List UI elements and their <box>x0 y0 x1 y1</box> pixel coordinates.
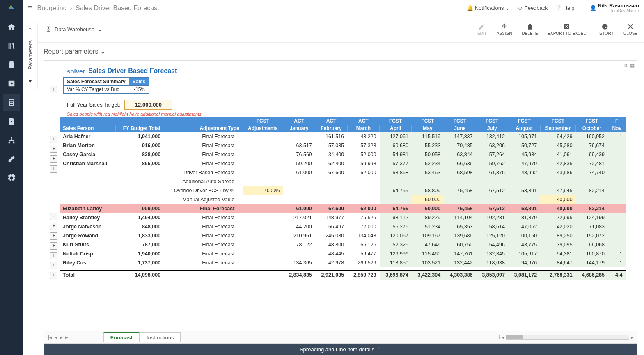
chevron-down-icon: ⌄ <box>98 26 102 32</box>
left-nav <box>0 0 23 355</box>
close-button[interactable]: CLOSE <box>623 23 637 36</box>
svg-point-9 <box>10 104 11 105</box>
expand-row-button[interactable]: + <box>50 165 57 173</box>
svg-point-6 <box>10 102 11 103</box>
nav-home-icon[interactable] <box>3 19 20 35</box>
scroll-left-icon[interactable]: ◂ <box>502 334 504 340</box>
expand-column: ++++-++++++ <box>48 117 60 280</box>
table-row: Elizabeth Laffey 909,000 Final Forecast … <box>60 204 626 213</box>
feedback-link[interactable]: ☺ Feedback <box>517 5 548 11</box>
svg-point-8 <box>12 102 13 103</box>
user-menu[interactable]: 👤 Nils Rasmussen CorpDev Master <box>590 3 639 13</box>
parameters-sidebar-tab[interactable]: » Parameters ▾ <box>23 23 38 89</box>
chevron-up-icon: ⌃ <box>377 346 381 353</box>
table-row: Riley Cust 1,737,000 Final Forecast 134,… <box>60 258 626 267</box>
nav-user-file-icon[interactable] <box>3 113 20 130</box>
scroll-right-icon[interactable]: ▸ <box>631 334 634 340</box>
filter-icon: ▾ <box>29 78 32 84</box>
chevron-down-icon: ⌄ <box>505 5 510 11</box>
menu-toggle-icon[interactable]: ≡ <box>28 4 32 12</box>
nav-settings-icon[interactable] <box>3 170 20 186</box>
target-value[interactable]: 12,000,000 <box>124 100 172 110</box>
svg-rect-5 <box>9 100 13 102</box>
table-subrow: Manual Adjusted Value60,00040,000 <box>60 195 626 204</box>
total-row: Total 14,098,000 2,834,8352,921,0352,850… <box>60 271 626 280</box>
table-row: Jorge Rowand 1,833,000 Final Forecast 21… <box>60 231 626 240</box>
sheet-nav-first-icon[interactable]: |◂ <box>47 334 53 340</box>
table-row: Casey Garcia 828,000 Final Forecast 76,5… <box>60 150 626 159</box>
popout-icon[interactable]: ⧉ <box>624 62 628 68</box>
tab-instructions[interactable]: Instructions <box>140 332 181 342</box>
database-icon: 🗄 <box>46 26 51 32</box>
bell-icon: 🔔 <box>467 5 473 11</box>
expand-summary-button[interactable]: + <box>50 86 57 93</box>
sheet-nav-last-icon[interactable]: ▸| <box>64 334 70 340</box>
nav-calculator-icon[interactable] <box>3 94 20 111</box>
sheet-nav-next-icon[interactable]: ▸ <box>59 334 64 340</box>
svg-rect-13 <box>9 142 10 144</box>
expand-row-button[interactable]: + <box>50 242 57 250</box>
table-subrow: Additional Auto Spread------- <box>60 177 626 186</box>
nav-play-icon[interactable] <box>3 75 20 92</box>
grid-icon[interactable]: ▦ <box>630 62 635 68</box>
expand-row-button[interactable]: + <box>50 272 57 279</box>
topbar: ≡ Budgeting › Sales Driver Based Forecas… <box>23 0 644 16</box>
table-row: Jorge Narveson 848,000 Final Forecast 44… <box>60 222 626 231</box>
nav-hierarchy-icon[interactable] <box>3 132 20 148</box>
svg-point-10 <box>11 104 12 105</box>
assign-button[interactable]: ASSIGN <box>497 23 512 36</box>
report-parameters-toggle[interactable]: Report parameters ⌄ <box>44 48 637 55</box>
expand-row-button[interactable]: + <box>50 262 57 269</box>
nav-library-icon[interactable] <box>3 38 20 54</box>
table-row: Kurt Stults 787,000 Final Forecast 78,12… <box>60 240 626 249</box>
help-icon: ❔ <box>555 5 562 11</box>
table-row: Hailey Brantley 1,494,000 Final Forecast… <box>60 213 626 222</box>
summary-box: Sales Forecast SummarySales Var % CY Tar… <box>63 77 149 94</box>
history-button[interactable]: HISTORY <box>596 23 614 36</box>
brand-logo-icon <box>7 2 16 12</box>
nav-tools-icon[interactable] <box>3 151 20 167</box>
table-row: Christian Marshall 865,000 Final Forecas… <box>60 159 626 168</box>
breadcrumb-page[interactable]: Sales Driver Based Forecast <box>76 5 159 12</box>
table-row: Aria Hafner 1,941,000 Final Forecast 161… <box>60 132 626 141</box>
table-row: Neftali Crisp 1,940,000 Final Forecast 4… <box>60 249 626 258</box>
highlight-note: Sales people with red highlight have add… <box>67 112 630 116</box>
tab-forecast[interactable]: Forecast <box>103 332 140 342</box>
report-frame: ⧉ ▦ solver Sales Driver Based Forecast +… <box>44 60 637 344</box>
user-icon: 👤 <box>590 5 596 11</box>
horizontal-scrollbar[interactable] <box>506 335 629 340</box>
spreading-details-toggle[interactable]: Spreading and Line item details ⌃ <box>44 344 637 355</box>
svg-point-11 <box>12 104 13 105</box>
delete-button[interactable]: DELETE <box>522 23 538 36</box>
target-label: Full Year Sales Target: <box>67 102 120 108</box>
forecast-grid: FCSTACTACTACTFCSTFCSTFCSTFCSTFCSTFCSTFCS… <box>60 117 626 280</box>
svg-rect-12 <box>11 137 12 139</box>
collapse-row-button[interactable]: - <box>50 213 57 220</box>
expand-row-button[interactable]: + <box>50 232 57 240</box>
expand-row-button[interactable]: + <box>50 136 57 143</box>
expand-row-button[interactable]: + <box>50 252 57 259</box>
sheet-tabs: |◂ ◂ ▸ ▸| Forecast Instructions ⁞ ◂ ▸ <box>44 331 637 343</box>
sheet-nav-prev-icon[interactable]: ◂ <box>54 334 58 340</box>
expand-row-button[interactable]: + <box>50 223 57 230</box>
help-link[interactable]: ❔ Help <box>555 5 575 11</box>
nav-clipboard-icon[interactable] <box>3 57 20 73</box>
table-subrow: Overide Driver FCST by %10.00%64,75558,8… <box>60 186 626 195</box>
breadcrumb-module[interactable]: Budgeting <box>37 5 67 12</box>
export-excel-button[interactable]: EXPORT TO EXCEL <box>548 23 586 36</box>
solver-logo: solver <box>67 68 85 75</box>
smile-icon: ☺ <box>517 5 523 11</box>
chevron-right-icon: » <box>29 26 32 32</box>
chevron-down-icon: ⌄ <box>100 48 105 55</box>
expand-row-button[interactable]: + <box>50 146 57 153</box>
edit-button: EDIT <box>477 23 487 36</box>
svg-rect-14 <box>13 142 15 144</box>
table-subrow: Driver Based Forecast61,00067,60062,0005… <box>60 168 626 177</box>
breadcrumb: Budgeting › Sales Driver Based Forecast <box>37 5 159 12</box>
table-row: Brian Morton 916,000 Final Forecast 63,5… <box>60 141 626 150</box>
notifications-menu[interactable]: 🔔 Notifications ⌄ <box>467 5 510 11</box>
toolbar: 🗄 Data Warehouse ⌄ EDIT ASSIGN DELETE <box>23 16 644 43</box>
report-title: Sales Driver Based Forecast <box>88 67 177 75</box>
data-warehouse-dropdown[interactable]: Data Warehouse <box>55 26 94 32</box>
expand-row-button[interactable]: + <box>50 155 57 163</box>
